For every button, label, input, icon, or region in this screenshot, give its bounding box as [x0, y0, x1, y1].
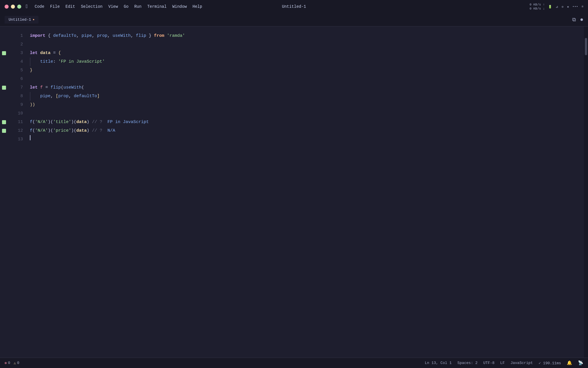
error-number: 0 — [8, 361, 10, 365]
menu-window[interactable]: Window — [172, 4, 187, 9]
apple-menu[interactable]:  — [26, 4, 29, 9]
warning-icon: ⚠ — [14, 361, 16, 365]
bracket-close-8: ] — [97, 92, 100, 101]
menu-terminal[interactable]: Terminal — [147, 4, 167, 9]
menu-run[interactable]: Run — [134, 4, 142, 9]
gutter-1 — [0, 32, 8, 40]
code-line-2 — [29, 40, 584, 49]
titlebar-right-controls: 0 KB/s ↑0 KB/s ↓ 🔋 ⊿ ⊙ ❖ ••• ≡ — [530, 3, 583, 11]
code-line-7: let f = flip ( useWith ( — [29, 83, 584, 92]
code-line-1: import { defaultTo , pipe , prop , useWi… — [29, 32, 584, 40]
statusbar-left: ⊗ 0 ⚠ 0 — [5, 361, 19, 365]
punc-eq2: = — [43, 83, 51, 92]
gutter-13 — [0, 135, 8, 144]
scrollbar-thumb[interactable] — [585, 38, 587, 55]
str-title-11: 'title' — [53, 118, 71, 126]
editor-tab[interactable]: Untitled-1 ● — [5, 16, 38, 24]
line-num-2: 2 — [8, 40, 23, 49]
split-editor-icon[interactable]: ⧉ — [572, 17, 576, 23]
menu-bar:  Code File Edit Selection View Go Run T… — [26, 4, 202, 9]
indent-bar-8 — [30, 92, 38, 101]
error-count[interactable]: ⊗ 0 ⚠ 0 — [5, 361, 19, 365]
line-numbers: 1 2 3 4 5 6 7 8 9 10 11 12 13 — [8, 26, 29, 358]
line-num-7: 7 — [8, 83, 23, 92]
settings-dot-icon[interactable]: ● — [580, 16, 583, 23]
result-fp: FP in JavaScript — [107, 118, 149, 126]
line-num-6: 6 — [8, 75, 23, 83]
paren-close-9: )) — [30, 101, 35, 109]
fn-useWith: useWith — [63, 83, 82, 92]
menu-edit[interactable]: Edit — [65, 4, 75, 9]
traffic-lights — [5, 5, 21, 9]
broadcast-icon[interactable]: 📡 — [578, 360, 583, 366]
breakpoint-11[interactable] — [2, 120, 6, 124]
keyword-let-3: let — [30, 49, 38, 57]
line-num-5: 5 — [8, 66, 23, 75]
breakpoint-12[interactable] — [2, 129, 6, 133]
menu-help[interactable]: Help — [193, 4, 202, 9]
punc-space14 — [102, 126, 107, 135]
language-mode[interactable]: JavaScript — [510, 361, 533, 365]
menu-code[interactable]: Code — [35, 4, 45, 9]
bell-icon[interactable]: 🔔 — [567, 360, 572, 366]
editor-body: 1 2 3 4 5 6 7 8 9 10 11 12 13 import { d… — [0, 26, 588, 358]
tabbar-right: ⧉ ● — [572, 16, 583, 23]
comment-sym-11: // ? — [92, 118, 102, 126]
line-num-3: 3 — [8, 49, 23, 57]
indentation[interactable]: Spaces: 2 — [457, 361, 477, 365]
menu-view[interactable]: View — [108, 4, 118, 9]
code-area[interactable]: import { defaultTo , pipe , prop , useWi… — [29, 26, 584, 358]
statusbar-right: Ln 13, Col 1 Spaces: 2 UTF-8 LF JavaScri… — [425, 360, 583, 366]
minimize-button[interactable] — [11, 5, 15, 9]
statusbar: ⊗ 0 ⚠ 0 Ln 13, Col 1 Spaces: 2 UTF-8 LF … — [0, 358, 588, 368]
punc-p12c: )( — [71, 126, 76, 135]
text-cursor — [30, 135, 30, 140]
line-ending[interactable]: LF — [500, 361, 505, 365]
punc-p11c: )( — [71, 118, 76, 126]
punc-p12d: ) — [87, 126, 89, 135]
more-icon: ••• — [572, 5, 578, 8]
result-na: N/A — [107, 126, 115, 135]
code-line-4: title : 'FP in JavaScript' — [29, 57, 584, 66]
gutter-icons — [0, 26, 8, 358]
airplay-icon: ⊿ — [556, 5, 558, 9]
gutter-6 — [0, 75, 8, 83]
punc-eq: = — [51, 49, 58, 57]
gutter-2 — [0, 40, 8, 49]
code-line-3: let data = { — [29, 49, 584, 57]
menu-go[interactable]: Go — [124, 4, 129, 9]
code-line-10 — [29, 109, 584, 118]
code-line-8: pipe , [ prop , defaultTo ] — [29, 92, 584, 101]
line-num-4: 4 — [8, 57, 23, 66]
brace-open: { — [58, 49, 61, 57]
scrollbar-track[interactable] — [584, 26, 588, 358]
str-price-12: 'price' — [53, 126, 71, 135]
breakpoint-7[interactable] — [2, 86, 6, 90]
code-line-6 — [29, 75, 584, 83]
var-data-11: data — [76, 118, 87, 126]
finder-icon: ❖ — [567, 5, 569, 9]
fn-call-f-11: f — [30, 118, 32, 126]
close-button[interactable] — [5, 5, 9, 9]
keyword-from: from — [154, 32, 164, 40]
punc-space12 — [102, 118, 107, 126]
breakpoint-3[interactable] — [2, 51, 6, 55]
punc-p12a: ( — [32, 126, 35, 135]
maximize-button[interactable] — [17, 5, 21, 9]
timing: ✓ 190.11ms — [539, 361, 561, 365]
punc-p11a: ( — [32, 118, 35, 126]
gutter-8 — [0, 92, 8, 101]
menu-selection[interactable]: Selection — [81, 4, 103, 9]
fn-call-f-12: f — [30, 126, 32, 135]
punc-colon: : — [53, 57, 58, 66]
encoding[interactable]: UTF-8 — [483, 361, 494, 365]
cursor-position[interactable]: Ln 13, Col 1 — [425, 361, 452, 365]
gutter-5 — [0, 66, 8, 75]
line-num-10: 10 — [8, 109, 23, 118]
line-num-12: 12 — [8, 126, 23, 135]
code-line-9: )) — [29, 101, 584, 109]
menu-file[interactable]: File — [50, 4, 60, 9]
punc-comma3: , — [107, 32, 113, 40]
string-ramda: 'ramda' — [167, 32, 185, 40]
warning-number: 0 — [17, 361, 19, 365]
